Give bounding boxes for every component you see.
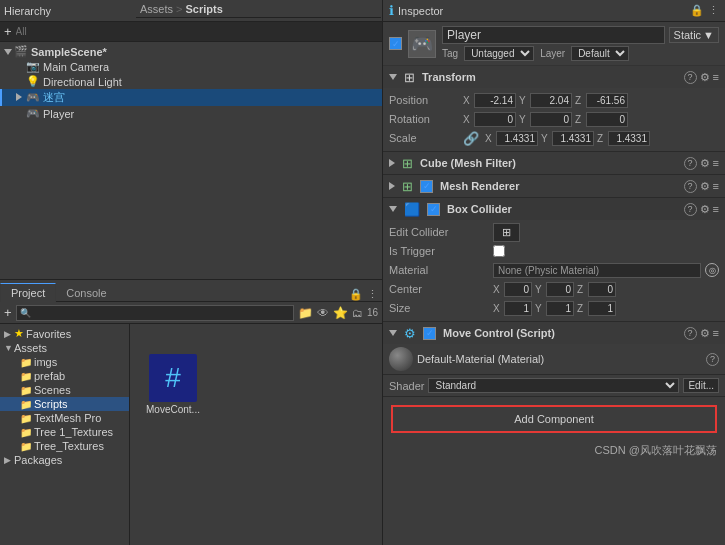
move-control-menu-icon[interactable]: ≡	[713, 327, 719, 339]
star-icon[interactable]: ⭐	[333, 306, 348, 320]
add-component-button[interactable]: Add Component	[391, 405, 717, 433]
mesh-renderer-enabled[interactable]	[420, 180, 433, 193]
pos-z-label: Z	[575, 95, 585, 106]
move-control-header[interactable]: ⚙ Move Control (Script) ? ⚙ ≡	[383, 322, 725, 344]
transform-info-icon[interactable]: ?	[684, 71, 697, 84]
transform-title: Transform	[422, 71, 680, 83]
tree-imgs[interactable]: 📁 imgs	[0, 355, 129, 369]
scale-label: Scale	[389, 132, 459, 144]
layer-label: Layer	[540, 48, 565, 59]
mesh-filter-header[interactable]: ⊞ Cube (Mesh Filter) ? ⚙ ≡	[383, 152, 725, 174]
project-lock-icon[interactable]: 🔒	[349, 288, 363, 301]
tree-tree1tex[interactable]: 📁 Tree 1_Textures	[0, 425, 129, 439]
eye-icon[interactable]: 👁	[317, 306, 329, 320]
project-search-input[interactable]	[31, 307, 290, 318]
tree-assets[interactable]: ▼ Assets	[0, 341, 129, 355]
tree-treetex[interactable]: 📁 Tree_Textures	[0, 439, 129, 453]
edit-collider-button[interactable]: ⊞	[493, 223, 520, 242]
size-z-input[interactable]	[588, 301, 616, 316]
tree-packages[interactable]: ▶ Packages	[0, 453, 129, 467]
tree-textmesh[interactable]: 📁 TextMesh Pro	[0, 411, 129, 425]
tree-scripts[interactable]: 📁 Scripts	[0, 397, 129, 411]
light-icon: 💡	[26, 75, 40, 88]
edit-shader-button[interactable]: Edit...	[683, 378, 719, 393]
inspector-lock-icon[interactable]: 🔒	[690, 4, 704, 17]
rot-y-input[interactable]	[530, 112, 572, 127]
tree-scenes[interactable]: 📁 Scenes	[0, 383, 129, 397]
scale-z-input[interactable]	[608, 131, 650, 146]
is-trigger-checkbox[interactable]	[493, 245, 505, 257]
folder-icon[interactable]: 📁	[298, 306, 313, 320]
size-y-label: Y	[535, 303, 545, 314]
mesh-filter-menu-icon[interactable]: ≡	[713, 157, 719, 169]
tag-select[interactable]: Untagged	[464, 46, 534, 61]
mesh-renderer-menu-icon[interactable]: ≡	[713, 180, 719, 192]
tree-prefab[interactable]: 📁 prefab	[0, 369, 129, 383]
layer-select[interactable]: Default	[571, 46, 629, 61]
box-collider-info-icon[interactable]: ?	[684, 203, 697, 216]
box-collider-enabled[interactable]	[427, 203, 440, 216]
center-z-input[interactable]	[588, 282, 616, 297]
mesh-filter-icon: ⊞	[402, 156, 413, 171]
plus-icon-project[interactable]: +	[4, 305, 12, 320]
static-badge[interactable]: Static ▼	[669, 27, 719, 43]
project-files-area: Assets > Scripts # MoveCont...	[130, 324, 382, 545]
move-control-arrow	[389, 330, 397, 336]
hierarchy-item-directional-light[interactable]: 💡 Directional Light	[0, 74, 382, 89]
transform-menu-icon[interactable]: ≡	[713, 71, 719, 83]
move-control-enabled[interactable]	[423, 327, 436, 340]
hierarchy-scene-item[interactable]: 🎬 SampleScene*	[0, 44, 382, 59]
pos-z-input[interactable]	[586, 93, 628, 108]
center-x-input[interactable]	[504, 282, 532, 297]
rot-x-label: X	[463, 114, 473, 125]
mesh-renderer-info-icon[interactable]: ?	[684, 180, 697, 193]
pos-y-label: Y	[519, 95, 529, 106]
hierarchy-item-player[interactable]: 🎮 Player	[0, 106, 382, 121]
box-collider-gear-icon[interactable]: ⚙	[700, 203, 710, 216]
scale-x-input[interactable]	[496, 131, 538, 146]
rotation-row: Rotation X Y Z	[389, 110, 719, 128]
move-control-info-icon[interactable]: ?	[684, 327, 697, 340]
tree1tex-label: Tree 1_Textures	[34, 426, 113, 438]
tab-project[interactable]: Project	[0, 283, 56, 302]
rot-x-input[interactable]	[474, 112, 516, 127]
hierarchy-item-main-camera[interactable]: 📷 Main Camera	[0, 59, 382, 74]
collider-size-row: Size X Y Z	[389, 299, 719, 317]
mesh-filter-info-icon[interactable]: ?	[684, 157, 697, 170]
tab-console[interactable]: Console	[56, 283, 116, 302]
layers-icon[interactable]: 🗂	[352, 307, 363, 319]
object-enabled-checkbox[interactable]	[389, 37, 402, 50]
box-collider-header[interactable]: 🟦 Box Collider ? ⚙ ≡	[383, 198, 725, 220]
mesh-renderer-gear-icon[interactable]: ⚙	[700, 180, 710, 193]
mesh-renderer-header[interactable]: ⊞ Mesh Renderer ? ⚙ ≡	[383, 175, 725, 197]
inspector-menu-icon[interactable]: ⋮	[708, 4, 719, 17]
project-menu-icon[interactable]: ⋮	[367, 288, 378, 301]
tree-favorites[interactable]: ▶ ★ Favorites	[0, 326, 129, 341]
move-control-gear-icon[interactable]: ⚙	[700, 327, 710, 340]
file-movecontrol[interactable]: # MoveCont...	[138, 350, 208, 419]
object-name-input[interactable]	[442, 26, 665, 44]
rot-z-input[interactable]	[586, 112, 628, 127]
center-y-input[interactable]	[546, 282, 574, 297]
material-info-icon[interactable]: ?	[706, 353, 719, 366]
mesh-renderer-section: ⊞ Mesh Renderer ? ⚙ ≡	[383, 175, 725, 198]
transform-gear-icon[interactable]: ⚙	[700, 71, 710, 84]
mesh-filter-gear-icon[interactable]: ⚙	[700, 157, 710, 170]
folder-tree1tex: 📁	[20, 427, 32, 438]
material-picker-icon[interactable]: ◎	[705, 263, 719, 277]
box-collider-menu-icon[interactable]: ≡	[713, 203, 719, 215]
pos-y-input[interactable]	[530, 93, 572, 108]
plus-icon[interactable]: +	[4, 24, 12, 39]
inspector-body: 🎮 Static ▼ Tag Untagged	[383, 22, 725, 545]
pos-x-input[interactable]	[474, 93, 516, 108]
size-x-input[interactable]	[504, 301, 532, 316]
scale-y-input[interactable]	[552, 131, 594, 146]
shader-select[interactable]: Standard	[428, 378, 679, 393]
mesh-renderer-title: Mesh Renderer	[440, 180, 680, 192]
transform-header[interactable]: ⊞ Transform ? ⚙ ≡	[383, 66, 725, 88]
hierarchy-item-maze[interactable]: 🎮 迷宫	[0, 89, 382, 106]
hierarchy-search-input[interactable]	[16, 26, 378, 37]
size-y-input[interactable]	[546, 301, 574, 316]
rot-z-label: Z	[575, 114, 585, 125]
selection-bar	[0, 89, 2, 106]
